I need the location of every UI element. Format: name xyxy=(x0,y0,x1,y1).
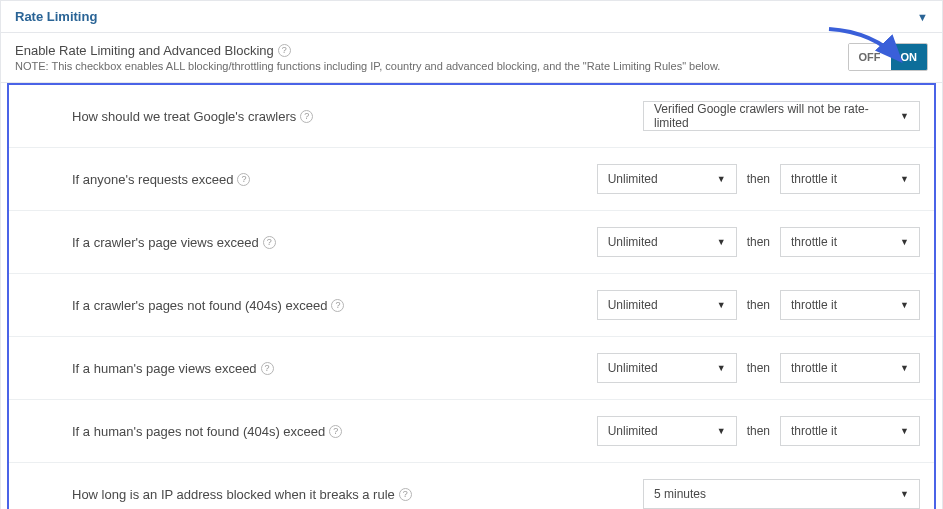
enable-left: Enable Rate Limiting and Advanced Blocki… xyxy=(15,43,848,72)
chevron-down-icon[interactable]: ▼ xyxy=(917,11,928,23)
then-label: then xyxy=(747,235,770,249)
help-icon[interactable]: ? xyxy=(331,299,344,312)
controls-crawler-404: Unlimited ▼ then throttle it ▼ xyxy=(597,290,920,320)
settings-highlight: How should we treat Google's crawlers ? … xyxy=(7,83,936,509)
caret-down-icon: ▼ xyxy=(900,489,909,499)
controls-human-404: Unlimited ▼ then throttle it ▼ xyxy=(597,416,920,446)
controls-human-views: Unlimited ▼ then throttle it ▼ xyxy=(597,353,920,383)
label-crawler-404: If a crawler's pages not found (404s) ex… xyxy=(72,298,597,313)
caret-down-icon: ▼ xyxy=(900,237,909,247)
label-anyone-requests: If anyone's requests exceed ? xyxy=(72,172,597,187)
controls-anyone: Unlimited ▼ then throttle it ▼ xyxy=(597,164,920,194)
select-anyone-limit[interactable]: Unlimited ▼ xyxy=(597,164,737,194)
select-human-404-limit[interactable]: Unlimited ▼ xyxy=(597,416,737,446)
row-block-duration: How long is an IP address blocked when i… xyxy=(9,463,934,509)
help-icon[interactable]: ? xyxy=(237,173,250,186)
help-icon[interactable]: ? xyxy=(399,488,412,501)
label-block-duration: How long is an IP address blocked when i… xyxy=(72,487,643,502)
help-icon[interactable]: ? xyxy=(263,236,276,249)
caret-down-icon: ▼ xyxy=(717,300,726,310)
label-google-crawlers: How should we treat Google's crawlers ? xyxy=(72,109,643,124)
help-icon[interactable]: ? xyxy=(329,425,342,438)
caret-down-icon: ▼ xyxy=(717,237,726,247)
row-google-crawlers: How should we treat Google's crawlers ? … xyxy=(9,85,934,148)
label-human-views: If a human's page views exceed ? xyxy=(72,361,597,376)
row-crawler-views: If a crawler's page views exceed ? Unlim… xyxy=(9,211,934,274)
caret-down-icon: ▼ xyxy=(717,174,726,184)
then-label: then xyxy=(747,172,770,186)
row-crawler-404: If a crawler's pages not found (404s) ex… xyxy=(9,274,934,337)
select-human-views-limit[interactable]: Unlimited ▼ xyxy=(597,353,737,383)
select-crawler-404-limit[interactable]: Unlimited ▼ xyxy=(597,290,737,320)
enable-label: Enable Rate Limiting and Advanced Blocki… xyxy=(15,43,848,58)
controls-crawler-views: Unlimited ▼ then throttle it ▼ xyxy=(597,227,920,257)
row-human-views: If a human's page views exceed ? Unlimit… xyxy=(9,337,934,400)
panel-title: Rate Limiting xyxy=(15,9,97,24)
select-google-crawlers[interactable]: Verified Google crawlers will not be rat… xyxy=(643,101,920,131)
row-anyone-requests: If anyone's requests exceed ? Unlimited … xyxy=(9,148,934,211)
select-crawler-views-limit[interactable]: Unlimited ▼ xyxy=(597,227,737,257)
label-human-404: If a human's pages not found (404s) exce… xyxy=(72,424,597,439)
select-block-duration[interactable]: 5 minutes ▼ xyxy=(643,479,920,509)
caret-down-icon: ▼ xyxy=(717,426,726,436)
help-icon[interactable]: ? xyxy=(300,110,313,123)
rate-limiting-panel: Rate Limiting ▼ Enable Rate Limiting and… xyxy=(0,0,943,509)
caret-down-icon: ▼ xyxy=(900,174,909,184)
caret-down-icon: ▼ xyxy=(900,300,909,310)
enable-note: NOTE: This checkbox enables ALL blocking… xyxy=(15,60,848,72)
controls-block-duration: 5 minutes ▼ xyxy=(643,479,920,509)
enable-row: Enable Rate Limiting and Advanced Blocki… xyxy=(1,33,942,83)
help-icon[interactable]: ? xyxy=(278,44,291,57)
then-label: then xyxy=(747,424,770,438)
then-label: then xyxy=(747,361,770,375)
controls-google: Verified Google crawlers will not be rat… xyxy=(643,101,920,131)
toggle-on[interactable]: ON xyxy=(891,44,928,70)
row-human-404: If a human's pages not found (404s) exce… xyxy=(9,400,934,463)
then-label: then xyxy=(747,298,770,312)
caret-down-icon: ▼ xyxy=(900,426,909,436)
select-human-views-action[interactable]: throttle it ▼ xyxy=(780,353,920,383)
help-icon[interactable]: ? xyxy=(261,362,274,375)
caret-down-icon: ▼ xyxy=(900,363,909,373)
label-crawler-views: If a crawler's page views exceed ? xyxy=(72,235,597,250)
enable-label-text: Enable Rate Limiting and Advanced Blocki… xyxy=(15,43,274,58)
caret-down-icon: ▼ xyxy=(900,111,909,121)
caret-down-icon: ▼ xyxy=(717,363,726,373)
select-human-404-action[interactable]: throttle it ▼ xyxy=(780,416,920,446)
enable-toggle[interactable]: OFF ON xyxy=(848,43,929,71)
toggle-off[interactable]: OFF xyxy=(849,44,891,70)
select-crawler-404-action[interactable]: throttle it ▼ xyxy=(780,290,920,320)
panel-header[interactable]: Rate Limiting ▼ xyxy=(1,1,942,33)
select-crawler-views-action[interactable]: throttle it ▼ xyxy=(780,227,920,257)
select-anyone-action[interactable]: throttle it ▼ xyxy=(780,164,920,194)
